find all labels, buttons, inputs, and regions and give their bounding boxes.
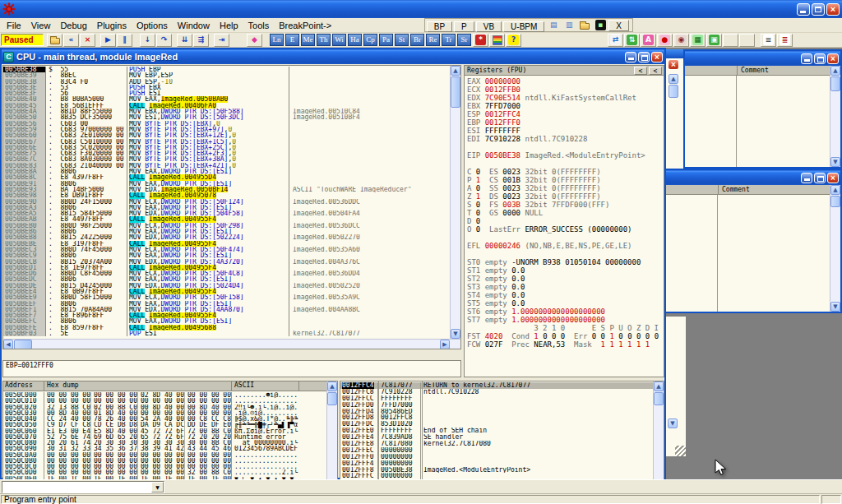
- register-line[interactable]: FST 4020 Cond 1 0 0 0 Err 0 0 1 0 0 0 0 …: [465, 332, 664, 340]
- step-into-button[interactable]: ↓: [140, 34, 155, 47]
- register-line[interactable]: S 0 FS 003B 32bit 7FFDF000(FFF): [465, 201, 664, 209]
- menu-file[interactable]: File: [2, 21, 26, 30]
- hidden-window-close-button[interactable]: ×: [668, 59, 679, 70]
- scroll-right-button[interactable]: ▶: [440, 340, 450, 349]
- scrollbar-thumb[interactable]: [830, 196, 840, 207]
- animate-over-button[interactable]: ⇶: [193, 34, 209, 47]
- disasm-row[interactable]: 0050BEE4. E8 0B97F8FFCALL ImageRed.00495…: [3, 289, 450, 294]
- view-ln-button[interactable]: Ln: [270, 34, 284, 46]
- open-file-button[interactable]: [47, 34, 62, 47]
- disasm-row[interactable]: 0050BECB. 8B15 20374A00MOV EDX,DWORD PTR…: [3, 259, 450, 265]
- register-line[interactable]: C 0 ES 0023 32bit 0(FFFFFFFF): [465, 168, 664, 176]
- step-over-button[interactable]: ↷: [156, 34, 172, 47]
- scroll-down-button[interactable]: ▼: [830, 157, 840, 167]
- minimize-button[interactable]: [801, 53, 812, 64]
- register-line[interactable]: D 0: [465, 217, 664, 225]
- go-to-address-button[interactable]: ◆: [247, 34, 262, 47]
- disasm-row[interactable]: 0050BEC9. 8B06MOV EAX,DWORD PTR DS:[ESI]: [3, 252, 450, 258]
- register-line[interactable]: EBX 7FFD7000: [465, 102, 664, 110]
- disasm-row[interactable]: 0050BE93. BA 14BF5000MOV EDX,ImageRed.00…: [3, 187, 450, 192]
- close-debuggee-button[interactable]: ×: [80, 34, 95, 47]
- view-wi-button[interactable]: Wi: [332, 34, 346, 46]
- pause-button[interactable]: ‖: [117, 34, 132, 47]
- scroll-up-button[interactable]: ▲: [654, 381, 664, 391]
- menu-tools[interactable]: Tools: [243, 21, 275, 30]
- close-button[interactable]: ×: [651, 52, 663, 62]
- view-th-button[interactable]: Th: [317, 34, 331, 46]
- dump-row[interactable]: 0050C01000 00 00 0000 00 00 0000 00 00 0…: [3, 398, 326, 404]
- register-line[interactable]: ST1 empty 0.0: [465, 266, 664, 275]
- menu-button-p[interactable]: P: [454, 21, 474, 32]
- menu-plugins[interactable]: Plugins: [92, 21, 132, 30]
- disasm-row[interactable]: 0050BE50. 8B35 DCF35000MOV ESI,DWORD PTR…: [3, 114, 450, 120]
- disasm-row[interactable]: 0050BE45. E8 56B1EFFFCALL ImageRed.00406…: [3, 103, 450, 109]
- stack-row[interactable]: 0012FFF000000000: [340, 454, 653, 460]
- register-line[interactable]: [465, 160, 664, 168]
- view-sr-button[interactable]: Sr: [457, 34, 471, 46]
- bp-close-button[interactable]: X: [608, 20, 629, 31]
- stack-row[interactable]: 0012FFEC00000000: [340, 447, 653, 454]
- plugin-bits-button[interactable]: ▦: [690, 34, 706, 47]
- view-me-button[interactable]: Me: [301, 34, 315, 46]
- register-line[interactable]: EBP 0012FFF0: [465, 118, 664, 127]
- maximize-button[interactable]: [814, 173, 826, 183]
- menu-options[interactable]: Options: [132, 21, 173, 30]
- disasm-row[interactable]: 0050BE40. B8 B0BA5000MOV EAX,ImageRed.00…: [3, 96, 450, 102]
- stack-row[interactable]: 0012FFD07FFD7000: [340, 402, 653, 409]
- view-ha-button[interactable]: Ha: [348, 34, 362, 46]
- dump-row[interactable]: 0050C050C9 D7 CF C8CD CE DB D8DA D9 CA D…: [3, 422, 326, 428]
- register-line[interactable]: ST7 empty 1.0000000000000000000: [465, 316, 664, 324]
- stack-row[interactable]: 0012FFF80050BE38ImageRed.<ModuleEntryPoi…: [340, 467, 653, 474]
- register-line[interactable]: EIP 0050BE38 ImageRed.<ModuleEntryPoint>: [465, 151, 664, 160]
- stack-row[interactable]: 0012FFD4805486ED: [340, 409, 653, 415]
- register-line[interactable]: T 0 GS 0000 NULL: [465, 209, 664, 217]
- disasm-row[interactable]: 0050BE6E. C683 5C020000 00MOV BYTE PTR D…: [3, 145, 450, 150]
- menu-window[interactable]: Window: [173, 21, 215, 30]
- menu-view[interactable]: View: [26, 21, 56, 30]
- scrollbar-thumb[interactable]: [14, 340, 32, 349]
- stack-row[interactable]: 0012FFDC853D1020: [340, 421, 653, 428]
- restart-button[interactable]: «: [63, 34, 79, 47]
- scroll-up-button[interactable]: ▲: [669, 74, 678, 84]
- restore-button[interactable]: [812, 3, 825, 16]
- dump-row[interactable]: 0050C00000 00 00 0000 00 00 0002 8D 40 0…: [3, 392, 326, 398]
- disasm-row[interactable]: 0050BE9D. 8B0D 24F15000MOV ECX,DWORD PTR…: [3, 199, 450, 205]
- view-br-button[interactable]: Br: [410, 34, 424, 46]
- scroll-up-button[interactable]: ▲: [327, 381, 337, 391]
- disasm-row[interactable]: 0050BEB0. 8B0D 98F25000MOV ECX,DWORD PTR…: [3, 223, 450, 229]
- disasm-row[interactable]: 0050BE75. C683 F3020000 00MOV BYTE PTR D…: [3, 150, 450, 156]
- blank-1-button[interactable]: [723, 34, 738, 47]
- list-marked-button[interactable]: ≣: [777, 34, 793, 47]
- stack-row[interactable]: 0012FFFC00000000: [340, 473, 653, 479]
- close-button[interactable]: ×: [827, 173, 839, 183]
- register-line[interactable]: FCW 027F Prec NEAR,53 Mask 1 1 1 1 1 1: [465, 340, 664, 349]
- register-line[interactable]: P 1 CS 001B 32bit 0(FFFFFFFF): [465, 176, 664, 184]
- disasm-row[interactable]: 0050BEA3. 8B06MOV EAX,DWORD PTR DS:[ESI]: [3, 205, 450, 210]
- register-line[interactable]: ECX 0012FFB0: [465, 86, 664, 94]
- combobox-dropdown-button[interactable]: ▼: [151, 482, 164, 492]
- command-combobox[interactable]: ▼: [2, 481, 164, 493]
- stack-row[interactable]: 0012FFE0FFFFFFFFEnd of SEH chain: [340, 428, 653, 434]
- stack-row[interactable]: 0012FFC47C817077RETURN to kernel32.7C817…: [340, 382, 653, 389]
- maximize-button[interactable]: [814, 53, 826, 64]
- disasm-row[interactable]: 0050BE67. C683 C5010000 00MOV BYTE PTR D…: [3, 139, 450, 145]
- registers-prev-button[interactable]: <: [634, 67, 647, 75]
- register-line[interactable]: ST4 empty 0.0: [465, 291, 664, 299]
- register-line[interactable]: EAX 00000000: [465, 77, 664, 86]
- restore-button[interactable]: [638, 52, 650, 62]
- scrollbar-thumb[interactable]: [654, 392, 664, 405]
- stack-row[interactable]: 0012FFD80012FFC8: [340, 414, 653, 421]
- menu-debug[interactable]: Debug: [55, 21, 91, 30]
- options-button[interactable]: *: [473, 34, 488, 47]
- disasm-row[interactable]: 0050BEC3. 8B0D 74F45000MOV ECX,DWORD PTR…: [3, 247, 450, 252]
- disasm-row[interactable]: 0050BE8C. E8 4397F8FFCALL ImageRed.00495…: [3, 174, 450, 180]
- dump-row[interactable]: 0050C0B000 00 00 0000 00 00 0000 00 00 0…: [3, 458, 326, 464]
- disasm-row[interactable]: 0050BEDC. 8B06MOV EAX,DWORD PTR DS:[ESI]: [3, 276, 450, 282]
- dump-row[interactable]: 0050C0C000 00 00 0000 00 00 0000 00 00 0…: [3, 464, 326, 469]
- help-button[interactable]: ?: [506, 34, 521, 47]
- disasm-row[interactable]: 0050BE3F. 56PUSH ESI: [3, 90, 450, 96]
- dump-row[interactable]: 0050C060E1 E3 00 E4E5 8D 40 0045 72 72 6…: [3, 428, 326, 434]
- scroll-up-button[interactable]: ▲: [830, 185, 840, 195]
- stack-row[interactable]: 0012FFCCFFFFFFFF: [340, 395, 653, 402]
- disasm-row[interactable]: 0050BEBE. E8 3197F8FFCALL ImageRed.00495…: [3, 241, 450, 247]
